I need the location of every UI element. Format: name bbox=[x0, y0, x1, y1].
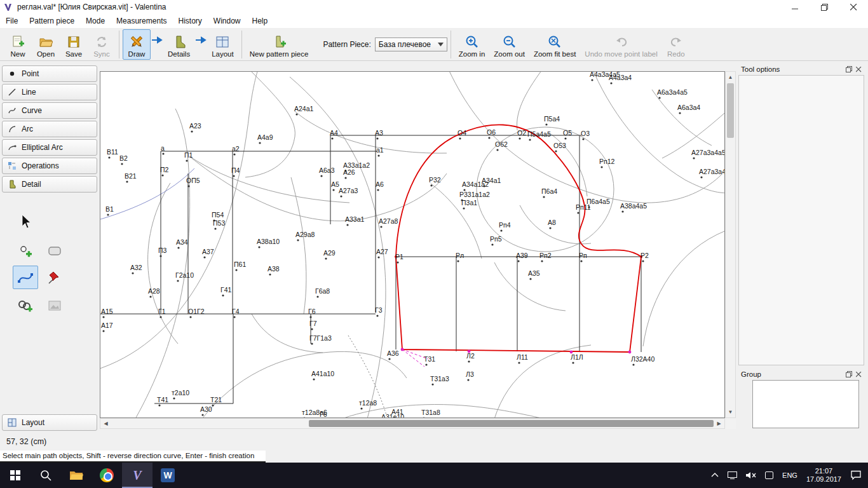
zoom-in-button[interactable]: Zoom in bbox=[454, 29, 490, 60]
new-button[interactable]: New bbox=[4, 29, 32, 60]
pattern-point-label[interactable]: B21 bbox=[125, 172, 137, 180]
pattern-point-label[interactable]: O62 bbox=[495, 140, 508, 148]
pattern-point[interactable] bbox=[555, 150, 557, 152]
pattern-point[interactable] bbox=[161, 174, 163, 176]
pattern-point-label[interactable]: O2 bbox=[517, 129, 526, 137]
vertical-scrollbar[interactable]: ▲ ▼ bbox=[725, 71, 736, 418]
sidebar-item-point[interactable]: Point bbox=[2, 65, 97, 82]
start-button[interactable] bbox=[0, 463, 31, 488]
pattern-point-label[interactable]: Рп4 bbox=[499, 221, 511, 229]
pattern-point-label[interactable]: a1 bbox=[376, 146, 384, 154]
pattern-point-label[interactable]: A28 bbox=[148, 287, 160, 295]
pattern-point-label[interactable]: A35 bbox=[528, 269, 540, 277]
pattern-point-label[interactable]: P32 bbox=[429, 176, 441, 184]
close-panel-icon[interactable] bbox=[856, 372, 862, 377]
pattern-point-label[interactable]: B1 bbox=[105, 205, 114, 213]
pattern-point-label[interactable]: A38 bbox=[268, 265, 280, 273]
pattern-point[interactable] bbox=[529, 139, 531, 140]
pattern-point[interactable] bbox=[316, 295, 318, 297]
pattern-point[interactable] bbox=[431, 383, 433, 385]
pattern-point-label[interactable]: Рп bbox=[579, 252, 587, 259]
taskbar-search-button[interactable] bbox=[31, 463, 61, 488]
scroll-right-arrow[interactable]: ▶ bbox=[714, 419, 724, 428]
pattern-point-label[interactable]: П4 bbox=[231, 166, 240, 174]
language-indicator[interactable]: ENG bbox=[782, 471, 797, 479]
pattern-point-label[interactable]: A26 bbox=[343, 168, 355, 176]
pattern-point[interactable] bbox=[311, 342, 313, 344]
pattern-point-label[interactable]: O53 bbox=[553, 142, 566, 149]
pattern-point[interactable] bbox=[517, 260, 519, 262]
pattern-point[interactable] bbox=[189, 316, 191, 318]
pattern-point[interactable] bbox=[430, 184, 432, 186]
arrow-tool-button[interactable] bbox=[13, 210, 38, 233]
pattern-point-label[interactable]: П2 bbox=[160, 166, 169, 173]
pattern-point-label[interactable]: Г7Г1a3 bbox=[309, 334, 332, 342]
pattern-piece-select[interactable]: База плечевое bbox=[375, 37, 447, 51]
maximize-button[interactable] bbox=[810, 0, 839, 14]
pattern-point-label[interactable]: A15 bbox=[101, 308, 113, 315]
pattern-point[interactable] bbox=[491, 243, 493, 245]
pattern-point[interactable] bbox=[496, 149, 498, 151]
pattern-point-label[interactable]: Г6a8 bbox=[315, 287, 330, 295]
menu-measurements[interactable]: Measurements bbox=[111, 15, 172, 27]
pattern-point[interactable] bbox=[126, 180, 128, 182]
pattern-point[interactable] bbox=[580, 260, 582, 262]
pattern-point-label[interactable]: П5a4a5 bbox=[527, 130, 551, 138]
notification-center-icon[interactable] bbox=[850, 470, 862, 480]
scroll-up-arrow[interactable]: ▲ bbox=[726, 72, 735, 82]
pattern-point[interactable] bbox=[467, 379, 469, 381]
draw-mode-button[interactable]: Draw bbox=[123, 29, 151, 60]
pattern-point-label[interactable]: A36 bbox=[387, 349, 399, 357]
pattern-point-label[interactable]: P2 bbox=[641, 252, 649, 259]
pattern-point-label[interactable]: т2a10 bbox=[172, 389, 189, 396]
menu-help[interactable]: Help bbox=[247, 15, 274, 27]
pattern-point-label[interactable]: A4 bbox=[330, 129, 338, 137]
display-icon[interactable] bbox=[728, 471, 737, 479]
pattern-point[interactable] bbox=[380, 226, 382, 227]
pattern-point[interactable] bbox=[642, 260, 644, 262]
pattern-point[interactable] bbox=[177, 247, 179, 248]
pattern-point-label[interactable]: A6a3a4 bbox=[677, 104, 700, 111]
pattern-point[interactable] bbox=[632, 363, 634, 365]
pattern-point[interactable] bbox=[519, 137, 520, 139]
volume-muted-icon[interactable] bbox=[746, 471, 756, 479]
pattern-point-label[interactable]: A17 bbox=[101, 322, 113, 329]
pattern-point[interactable] bbox=[591, 79, 593, 81]
pattern-point-label[interactable]: Л2 bbox=[466, 352, 475, 360]
pattern-point[interactable] bbox=[107, 214, 109, 215]
pattern-point-label[interactable]: Л32А40 bbox=[631, 355, 654, 363]
pattern-point[interactable] bbox=[258, 246, 260, 248]
pattern-point-label[interactable]: Л3 bbox=[466, 370, 474, 378]
pattern-point-label[interactable]: т12a8 bbox=[359, 399, 377, 407]
pattern-point-label[interactable]: A41a10 bbox=[311, 370, 334, 377]
pattern-point[interactable] bbox=[186, 159, 187, 161]
pattern-point[interactable] bbox=[269, 273, 271, 275]
pattern-point-label[interactable]: A8 bbox=[548, 219, 556, 226]
pattern-point-label[interactable]: Г41 bbox=[220, 286, 232, 294]
pattern-point[interactable] bbox=[222, 294, 224, 296]
pattern-point[interactable] bbox=[203, 256, 205, 258]
pattern-point-label[interactable]: Г7 bbox=[309, 320, 317, 327]
pattern-point[interactable] bbox=[457, 260, 459, 262]
pattern-point-label[interactable]: a2 bbox=[232, 145, 240, 152]
pattern-point[interactable] bbox=[233, 316, 235, 318]
pattern-point[interactable] bbox=[549, 227, 551, 229]
new-pattern-piece-button[interactable]: New pattern piece bbox=[245, 29, 313, 60]
pattern-point-label[interactable]: A3 bbox=[375, 129, 383, 137]
pattern-point[interactable] bbox=[158, 404, 160, 406]
pattern-point-label[interactable]: A4a9 bbox=[257, 133, 273, 141]
zoom-out-button[interactable]: Zoom out bbox=[489, 29, 529, 60]
pattern-point-label[interactable]: Т41 bbox=[157, 396, 168, 403]
pattern-point-label[interactable]: Т21 bbox=[210, 396, 222, 403]
pattern-point[interactable] bbox=[543, 196, 545, 198]
pattern-point[interactable] bbox=[313, 378, 315, 380]
sync-button[interactable]: Sync bbox=[88, 29, 116, 60]
pattern-point-label[interactable]: B11 bbox=[107, 148, 118, 156]
pattern-point[interactable] bbox=[346, 224, 348, 226]
pattern-point[interactable] bbox=[162, 152, 164, 154]
pattern-point[interactable] bbox=[320, 175, 322, 177]
pattern-point[interactable] bbox=[108, 156, 110, 158]
pattern-point-label[interactable]: A24a1 bbox=[294, 105, 314, 112]
pattern-point[interactable] bbox=[201, 414, 203, 416]
pattern-point[interactable] bbox=[545, 123, 547, 125]
